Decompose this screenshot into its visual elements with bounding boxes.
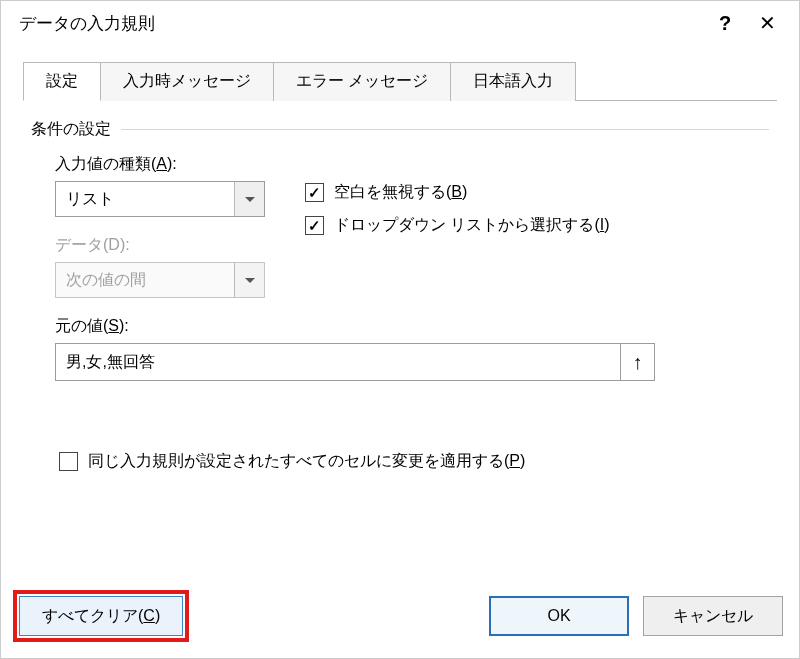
chevron-down-icon (234, 263, 264, 297)
tab-content: 条件の設定 入力値の種類(A): リスト データ(D): 次の値の間 (1, 101, 799, 580)
data-select: 次の値の間 (55, 262, 265, 298)
checkbox-icon (305, 216, 324, 235)
close-icon[interactable]: ✕ (745, 11, 789, 35)
data-label: データ(D): (55, 235, 265, 256)
allow-select-value: リスト (56, 189, 234, 210)
source-row: 元の値(S): (55, 316, 769, 381)
allow-row: 入力値の種類(A): リスト データ(D): 次の値の間 (55, 154, 769, 298)
titlebar: データの入力規則 ? ✕ (1, 1, 799, 45)
cancel-button[interactable]: キャンセル (643, 596, 783, 636)
chevron-down-icon[interactable] (234, 182, 264, 216)
tab-ime[interactable]: 日本語入力 (451, 62, 576, 101)
tab-input-message[interactable]: 入力時メッセージ (101, 62, 274, 101)
ignore-blank-checkbox[interactable]: 空白を無視する(B) (305, 182, 610, 203)
tab-settings[interactable]: 設定 (23, 62, 101, 101)
dialog-title: データの入力規則 (19, 12, 705, 35)
source-label: 元の値(S): (55, 316, 769, 337)
section-divider (121, 129, 769, 130)
tab-bar: 設定 入力時メッセージ エラー メッセージ 日本語入力 (23, 61, 777, 101)
checkbox-icon (59, 452, 78, 471)
clear-all-button[interactable]: すべてクリア(C) (19, 596, 183, 636)
tab-error-message[interactable]: エラー メッセージ (274, 62, 451, 101)
section-header-row: 条件の設定 (31, 119, 769, 140)
apply-all-checkbox[interactable]: 同じ入力規則が設定されたすべてのセルに変更を適用する(P) (59, 451, 769, 472)
source-input-wrap (55, 343, 655, 381)
help-icon[interactable]: ? (705, 12, 745, 35)
options-col: 空白を無視する(B) ドロップダウン リストから選択する(I) (305, 182, 610, 248)
dialog-footer: すべてクリア(C) OK キャンセル (1, 580, 799, 658)
checkbox-icon (305, 183, 324, 202)
allow-col: 入力値の種類(A): リスト データ(D): 次の値の間 (55, 154, 265, 298)
in-cell-dropdown-checkbox[interactable]: ドロップダウン リストから選択する(I) (305, 215, 610, 236)
data-validation-dialog: データの入力規則 ? ✕ 設定 入力時メッセージ エラー メッセージ 日本語入力… (0, 0, 800, 659)
clear-all-highlight: すべてクリア(C) (13, 590, 189, 642)
allow-label: 入力値の種類(A): (55, 154, 265, 175)
ok-button[interactable]: OK (489, 596, 629, 636)
section-header: 条件の設定 (31, 119, 111, 140)
collapse-dialog-icon[interactable] (620, 344, 654, 380)
settings-body: 入力値の種類(A): リスト データ(D): 次の値の間 (55, 154, 769, 472)
allow-select[interactable]: リスト (55, 181, 265, 217)
data-select-value: 次の値の間 (56, 270, 234, 291)
source-input[interactable] (56, 344, 620, 380)
